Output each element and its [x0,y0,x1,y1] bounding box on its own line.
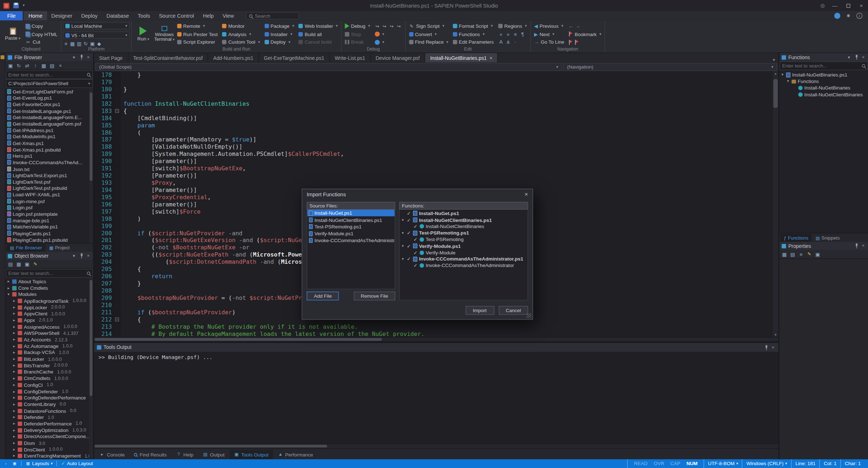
line-number[interactable]: 184 [94,114,114,122]
fold-marker-icon[interactable]: - [115,109,119,113]
function-tree-row[interactable]: Install-NuGet.ps1 [400,210,527,217]
source-file-item[interactable]: Invoke-CCCommandAsTheAdministrator.ps1 [307,237,394,244]
function-tree-row[interactable]: Install-NuGetBinaries.ps1 [780,71,868,78]
list-view-icon[interactable]: ≡ [798,252,804,257]
line-number[interactable]: 193 [94,179,114,187]
module-row[interactable]: ConfigDefenderPerformance 1.0 [5,395,93,401]
file-item[interactable]: Get-InstalledLanguageForm.E... [5,114,93,121]
sign-script-button[interactable]: ✎Sign Script [407,22,450,30]
cut-button[interactable]: ✂Cut [24,38,59,46]
line-number[interactable]: 199 [94,222,114,229]
line-number[interactable]: 200 [94,229,114,237]
uncomment-icon[interactable]: ¶ [520,31,525,37]
module-row[interactable]: CimCmdlets 1.0.0.0 [5,375,93,382]
expander-icon[interactable] [12,447,16,452]
module-row[interactable]: Az.Automanage 1.0.0 [5,343,93,349]
function-tree-row[interactable]: Invoke-CCCommandAsTheAdministrator.ps1 [400,256,527,262]
save-icon[interactable] [13,3,19,8]
menu-item[interactable]: Home [24,11,47,21]
box-icon[interactable]: ▣ [24,261,30,267]
expander-icon[interactable] [12,396,16,400]
outdent-icon[interactable]: « [498,31,503,37]
module-row[interactable]: Backup-VCSA 1.0.0 [5,349,93,356]
line-number[interactable]: 196 [94,201,114,208]
properties-header[interactable]: Properties × [780,242,868,250]
module-row[interactable]: EventTracingManagement 1.0.0.0 [5,453,93,459]
refresh-icon[interactable]: ↻ [16,63,21,68]
regions-button[interactable]: Regions [497,22,529,30]
bookmark-button[interactable]: Bookmark [567,30,603,38]
delete-icon[interactable]: × [58,63,63,68]
module-row[interactable]: AppLocker 2.0.0.0 [5,304,93,311]
package-button[interactable]: Package [263,22,296,30]
file-item[interactable]: LightDarkTest.psf.psbuild [5,185,93,192]
run-to-cursor-icon[interactable]: ↪ [396,23,401,29]
line-number[interactable]: 194 [94,187,114,194]
panel-menu-icon[interactable]: ▾ [71,253,77,258]
module-row[interactable]: AssignedAccess 1.0.0.0 [5,324,93,330]
menubar-search[interactable]: Search [246,12,299,19]
line-ending-select[interactable]: Windows (CRLF) ▾ [742,459,791,468]
find-replace-button[interactable]: Find Replace [407,38,450,46]
platform-option-icon[interactable]: ◆ [96,41,102,46]
dialog-titlebar[interactable]: Import Functions × [302,189,532,199]
close-button[interactable]: × [855,0,868,11]
whitespace-icon[interactable]: · [512,39,518,45]
object-browser-header[interactable]: Object Browser ▾ × [5,252,93,260]
expander-icon[interactable] [401,244,405,248]
function-tree-row[interactable]: Install-NuGetClientBinaries [400,223,527,230]
expander-icon[interactable] [786,79,790,83]
module-row[interactable]: Dism 3.0 [5,440,93,446]
statusbar-flag[interactable]: CAP [668,461,682,466]
line-number[interactable]: 205 [94,266,114,273]
line-number[interactable]: 180 [94,86,114,93]
module-row[interactable]: BitsTransfer 2.0.0.0 [5,362,93,369]
tree-row[interactable]: Modules [5,291,93,298]
categorize-icon[interactable]: ▦ [782,252,787,257]
file-item[interactable]: manage-bde.ps1 [5,217,93,224]
line-number[interactable]: 210 [94,302,114,309]
checkbox[interactable] [406,257,411,262]
expander-icon[interactable] [12,421,16,426]
cancel-button[interactable]: Cancel [498,306,528,315]
editor-horizontal-scrollbar[interactable] [94,337,778,341]
statusbar-flag[interactable]: OVR [651,461,667,466]
convert-button[interactable]: Convert [407,30,450,38]
expander-icon[interactable] [401,218,405,222]
navigate-back-icon[interactable]: ← [568,23,573,29]
line-number[interactable]: 178 [94,71,114,79]
break-button[interactable]: Break [343,38,372,46]
scrollbar-thumb[interactable] [90,280,92,396]
notifications-icon[interactable]: ◎ [817,3,828,8]
toolbox-tab-icon[interactable] [1,55,5,59]
expander-icon[interactable] [12,363,16,368]
line-number[interactable]: 209 [94,294,114,302]
menu-item[interactable]: Tools [134,11,155,21]
remote-button[interactable]: Remote [175,22,219,30]
close-icon[interactable]: × [861,244,866,249]
file-browser-search-input[interactable] [8,72,87,77]
line-number[interactable]: 211 [94,309,114,316]
lowercase-icon[interactable]: a [505,39,511,45]
file-item[interactable]: Json.txt [5,166,93,172]
line-number[interactable]: 212 [94,316,114,323]
expander-icon[interactable] [12,402,16,406]
expander-icon[interactable] [12,331,16,335]
document-tab[interactable]: Test-SplitContainerBehavior.psf × [128,53,208,62]
scrollbar-thumb[interactable] [95,338,382,341]
object-tree[interactable]: About Topics Core Cmdlets [5,278,93,459]
account-icon[interactable] [834,13,840,19]
bottom-panel-tab[interactable]: Help [172,450,198,459]
source-file-item[interactable]: Verify-Module.ps1 [307,230,394,237]
line-number[interactable]: 182 [94,100,114,107]
tab-close-icon[interactable]: × [489,55,492,61]
expander-icon[interactable] [12,312,16,316]
expander-icon[interactable] [401,257,405,261]
statusbar-window-icon[interactable]: ▣ [12,461,17,466]
line-number[interactable]: 191 [94,165,114,172]
line-number[interactable]: 207 [94,280,114,287]
expander-icon[interactable] [12,299,16,303]
file-list[interactable]: Get-ErrorLightDarkForm.psf Get-EventLog.… [5,88,93,243]
line-number[interactable]: 187 [94,136,114,143]
expander-icon[interactable] [12,337,16,342]
